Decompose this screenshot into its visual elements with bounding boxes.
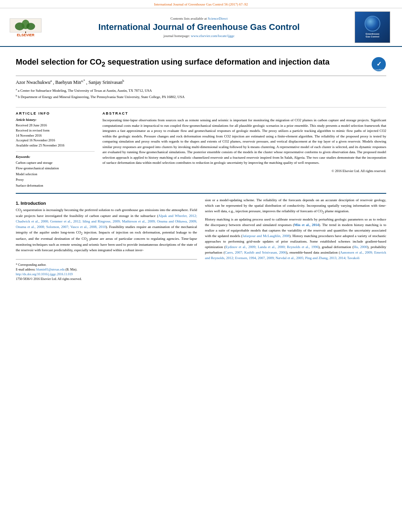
article-body: Model selection for CO2 sequestration us… [0,47,402,285]
email-name: (B. Min). [65,268,77,271]
intro-para1: CO2 sequestration is increasingly becomi… [16,208,197,253]
page: International Journal of Greenhouse Gas … [0,0,402,532]
affiliations: a a Center for Subsurface Modeling, The … [16,87,386,100]
abstract-text: Incorporating time-lapse observations fr… [102,118,386,166]
footnote-area: * Corresponding author. E-mail address: … [16,259,197,282]
svg-text:ELSEVIER: ELSEVIER [17,33,35,37]
keyword-1: Carbon capture and storage [16,160,95,165]
journal-url-link[interactable]: www.elsevier.com/locate/ijggc [191,34,234,38]
co2-sub: 2 [102,61,105,68]
sciencedirect-link[interactable]: ScienceDirect [208,17,227,20]
article-title: Model selection for CO2 sequestration us… [16,57,371,69]
journal-cover-area: GreenhouseGas Control [351,11,394,43]
intro-para2: sion or a model-updating scheme. The rel… [205,198,386,215]
affiliation-a: a a Center for Subsurface Modeling, The … [16,87,386,94]
revised-date-2: 14 November 2016 [16,133,95,138]
keyword-3: Model selection [16,171,95,177]
title-text-2: sequestration using surface deformation … [105,57,329,66]
body-col-left: 1. Introduction CO2 sequestration is inc… [16,198,197,282]
svg-text:✓: ✓ [376,61,382,67]
email-note: E-mail address: blumin01@utexas.edu (B. … [16,267,197,272]
author-3-sup: b [123,79,124,83]
keywords-block: Keywords: Carbon capture and storage Flo… [16,155,95,188]
crossmark-icon: ✓ CrossMark [371,57,386,72]
journal-ref-text: International Journal of Greenhouse Gas … [154,2,248,6]
journal-title: International Journal of Greenhouse Gas … [51,22,347,32]
svg-text:CrossMark: CrossMark [374,69,384,71]
elsevier-logo-area: ELSEVIER [4,11,47,43]
body-col-right: sion or a model-updating scheme. The rel… [205,198,386,282]
ref-eydinov[interactable]: Eydinov et al., 2009; Landa et al., 2000… [225,245,318,249]
keywords-label: Keywords: [16,155,95,159]
author-2-sup: a,* [81,79,85,83]
author-1: Azor Nwachukwu [16,80,50,85]
email-label: E-mail address: [16,268,35,271]
corresponding-author-note: * Corresponding author. [16,263,197,267]
author-3: , Sanjay Srinivasan [86,80,122,85]
authors-section: Azor Nwachukwua , Baehyun Mina,* , Sanja… [16,76,386,101]
ref-alpak[interactable]: Alpak and Wheeler, 2012; [158,214,197,218]
ref-caers[interactable]: Caers, 2007; Kashib and Srinivasan, 2006 [225,250,286,254]
section-divider [16,193,386,194]
intro-heading: 1. Introduction [16,201,197,206]
contents-available-text: Contents lists available at ScienceDirec… [51,17,347,20]
received-date: Received 28 June 2016 [16,123,95,128]
ref-chadwick[interactable]: Chadwick et al., 2000; Gemmer et al., 20… [16,219,197,229]
article-title-text: Model selection for CO2 sequestration us… [16,57,371,69]
cover-globe-icon [365,16,380,32]
article-info-column: ARTICLE INFO Article history: Received 2… [16,111,95,188]
authors-line: Azor Nwachukwua , Baehyun Mina,* , Sanja… [16,79,386,85]
article-title-section: Model selection for CO2 sequestration us… [16,51,386,76]
main-body-columns: 1. Introduction CO2 sequestration is inc… [16,198,386,282]
intro-para3: History matching is an updating process … [205,217,386,261]
keyword-4: Proxy [16,177,95,182]
journal-reference-bar: International Journal of Greenhouse Gas … [0,0,402,8]
svg-point-3 [26,23,35,30]
intro-number: 1. [16,201,19,206]
abstract-label: ABSTRACT [102,111,386,115]
doi-line: http://dx.doi.org/10.1016/j.ijggc.2016.1… [16,272,197,277]
info-abstract-columns: ARTICLE INFO Article history: Received 2… [16,107,386,188]
author-2: , Baehyun Min [53,80,81,85]
cover-journal-title: GreenhouseGas Control [365,33,379,38]
journal-homepage-line: journal homepage: www.elsevier.com/locat… [51,34,347,38]
affiliation-b: b b Department of Energy and Mineral Eng… [16,94,386,100]
email-link[interactable]: blumin01@utexas.edu [36,268,65,271]
ref-jafarpour[interactable]: Jafarpour and McLaughlin, 2008 [242,234,289,238]
journal-title-area: Contents lists available at ScienceDirec… [47,11,351,43]
available-date: Available online 25 November 2016 [16,143,95,148]
journal-header: ELSEVIER Contents lists available at Sci… [0,8,402,47]
issn-line: 1750-5836/© 2016 Elsevier Ltd. All right… [16,277,197,282]
article-info-label: ARTICLE INFO [16,111,95,115]
abstract-column: ABSTRACT Incorporating time-lapse observ… [102,111,386,188]
author-1-sup: a [50,79,52,83]
article-history-block: Article history: Received 28 June 2016 R… [16,118,95,152]
doi-link[interactable]: http://dx.doi.org/10.1016/j.ijggc.2016.1… [16,272,73,276]
copyright-text: © 2016 Elsevier Ltd. All rights reserved… [102,169,386,173]
history-label: Article history: [16,118,95,122]
ref-min[interactable]: Min et al., 2014 [294,223,319,227]
accepted-date: Accepted 16 November 2016 [16,138,95,143]
title-text-1: Model selection for CO [16,57,102,66]
ref-hu[interactable]: Hu, 2000 [354,245,367,249]
keyword-2: Flow-geomechanical simulation [16,165,95,171]
crossmark-area: ✓ CrossMark [371,57,386,72]
intro-title: Introduction [20,201,46,206]
revised-date-1: Received in revised form [16,128,95,133]
journal-cover-image: GreenhouseGas Control [355,11,390,43]
elsevier-logo-icon: ELSEVIER [8,17,43,38]
keyword-5: Surface deformation [16,183,95,188]
